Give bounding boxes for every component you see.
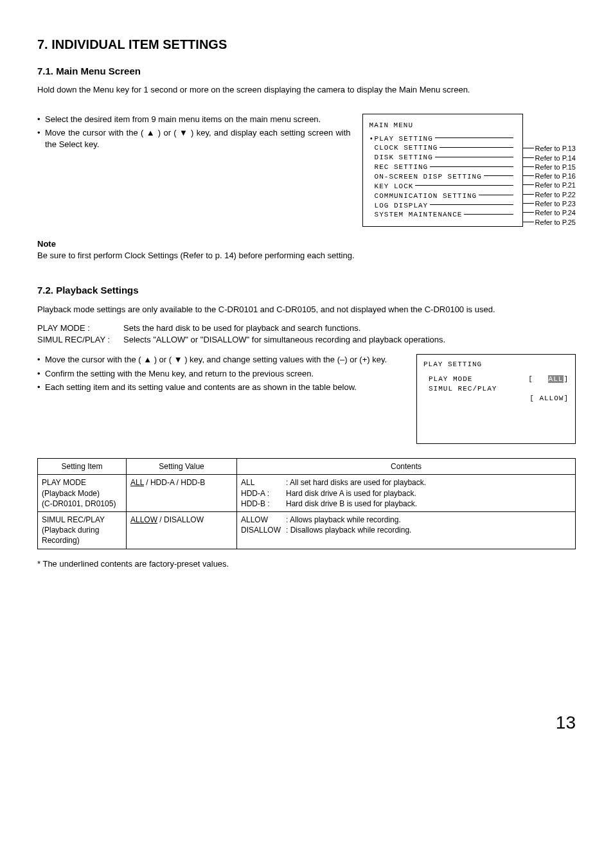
- play-row-value: [ ALL]: [528, 375, 569, 384]
- bullet-item: Move the cursor with the ( ▲ ) or ( ▼ ) …: [37, 354, 405, 366]
- subheading-7-2: 7.2. Playback Settings: [37, 284, 576, 297]
- section-title: 7. INDIVIDUAL ITEM SETTINGS: [37, 36, 576, 53]
- def-val: Selects "ALLOW" or "DISALLOW" for simult…: [123, 334, 445, 346]
- intro-7-2: Playback mode settings are only availabl…: [37, 304, 576, 315]
- bullet-item: Each setting item and its setting value …: [37, 382, 405, 393]
- menu-item: ON-SCREEN DISP SETTING: [369, 172, 515, 182]
- def-key: PLAY MODE :: [37, 323, 123, 334]
- subheading-7-1: 7.1. Main Menu Screen: [37, 65, 576, 78]
- bullet-list-7-2: Move the cursor with the ( ▲ ) or ( ▼ ) …: [37, 354, 405, 393]
- play-setting-box: PLAY SETTING PLAY MODE [ ALL] SIMUL REC/…: [416, 354, 576, 444]
- refer-link: Refer to P.21: [522, 181, 576, 190]
- play-row-label: SIMUL REC/PLAY: [423, 384, 569, 394]
- menu-item: KEY LOCK: [369, 182, 515, 191]
- play-row-value: [ ALLOW]: [529, 394, 569, 403]
- table-row: SIMUL REC/PLAY(Playback duringRecording)…: [38, 511, 576, 549]
- menu-item: •PLAY SETTING: [369, 134, 515, 144]
- refer-link: Refer to P.24: [522, 209, 576, 218]
- table-row: PLAY MODE(Playback Mode)(C-DR0101, DR010…: [38, 475, 576, 512]
- menu-item: CLOCK SETTING: [369, 143, 515, 153]
- menu-item: COMMUNICATION SETTING: [369, 191, 515, 201]
- bullet-item: Select the desired item from 9 main menu…: [37, 114, 351, 125]
- intro-7-1: Hold down the Menu key for 1 second or m…: [37, 84, 576, 96]
- refer-link: Refer to P.16: [522, 172, 576, 181]
- bullet-list-7-1: Select the desired item from 9 main menu…: [37, 114, 351, 150]
- settings-table: Setting Item Setting Value Contents PLAY…: [37, 458, 576, 549]
- bullet-item: Move the cursor with the ( ▲ ) or ( ▼ ) …: [37, 127, 351, 150]
- def-key: SIMUL REC/PLAY :: [37, 334, 123, 346]
- table-header: Setting Item: [38, 459, 127, 475]
- play-box-title: PLAY SETTING: [423, 360, 569, 369]
- main-menu-box: MAIN MENU •PLAY SETTINGCLOCK SETTINGDISK…: [362, 114, 523, 227]
- table-header: Setting Value: [127, 459, 237, 475]
- refer-link: Refer to P.22: [522, 190, 576, 199]
- refer-link: Refer to P.13: [522, 145, 576, 154]
- main-menu-title: MAIN MENU: [369, 121, 515, 130]
- menu-item: REC SETTING: [369, 163, 515, 172]
- refer-link: Refer to P.15: [522, 163, 576, 172]
- bullet-item: Confirm the setting with the Menu key, a…: [37, 368, 405, 380]
- definitions: PLAY MODE :Sets the hard disk to be used…: [37, 323, 576, 345]
- page-number: 13: [37, 711, 576, 735]
- menu-item: SYSTEM MAINTENANCE: [369, 210, 515, 220]
- def-val: Sets the hard disk to be used for playba…: [123, 323, 360, 334]
- menu-item: LOG DISPLAY: [369, 201, 515, 211]
- refer-column: Refer to P.13Refer to P.14Refer to P.15R…: [522, 114, 576, 227]
- menu-item: DISK SETTING: [369, 153, 515, 163]
- refer-link: Refer to P.14: [522, 154, 576, 163]
- note-heading: Note: [37, 238, 576, 250]
- note-body: Be sure to first perform Clock Settings …: [37, 250, 576, 261]
- refer-link: Refer to P.25: [522, 218, 576, 227]
- play-row-label: PLAY MODE: [423, 375, 528, 384]
- refer-link: Refer to P.23: [522, 199, 576, 208]
- table-header: Contents: [237, 459, 576, 475]
- footnote: * The underlined contents are factory-pr…: [37, 558, 576, 570]
